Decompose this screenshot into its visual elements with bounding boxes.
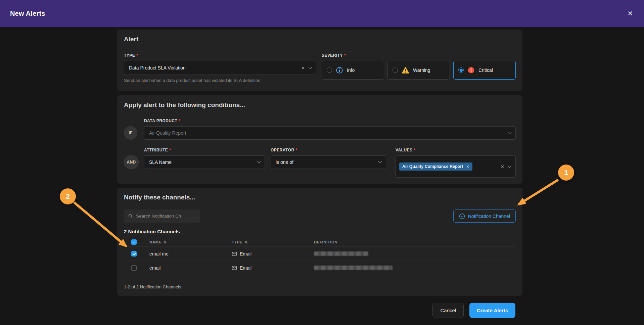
add-notification-channel-button[interactable]: Notification Channel: [453, 210, 516, 223]
table-row[interactable]: email me Email: [124, 247, 516, 261]
radio-selected[interactable]: [458, 67, 464, 73]
page-title: New Alerts: [10, 10, 45, 17]
severity-option-label: Critical: [478, 67, 493, 73]
required-mark: *: [414, 148, 415, 153]
required-mark: *: [169, 148, 171, 153]
severity-option-critical[interactable]: Critical: [453, 61, 516, 80]
table-row[interactable]: email Email: [124, 261, 516, 275]
channel-name: email: [149, 265, 232, 271]
operator-select[interactable]: is one of: [271, 155, 386, 169]
column-header-type: TYPE ⇅: [232, 240, 314, 244]
redacted-definition: [314, 251, 368, 256]
row-checkbox[interactable]: [131, 265, 137, 271]
alert-type-select[interactable]: Data Product SLA Violation ✕: [124, 61, 316, 75]
severity-option-info[interactable]: Info: [322, 61, 384, 80]
channel-type: Email: [240, 265, 251, 271]
value-tag-label: Air Quality Compliance Report: [402, 164, 463, 169]
values-multiselect[interactable]: Air Quality Compliance Report ✕ ✕: [396, 155, 516, 178]
select-all-checkbox[interactable]: [131, 239, 137, 245]
table-header-row: NAME ⇅ TYPE ⇅ DEFINITION: [124, 238, 516, 247]
radio-unselected[interactable]: [327, 67, 332, 73]
clear-icon[interactable]: ✕: [301, 66, 305, 70]
operator-value: is one of: [276, 159, 375, 165]
close-icon[interactable]: ✕: [624, 7, 637, 20]
operator-field-group: OPERATOR * is one of: [271, 148, 386, 169]
and-badge: AND: [124, 155, 139, 169]
plus-circle-icon: [459, 213, 465, 219]
modal-footer: Cancel Create Alerts: [0, 295, 644, 325]
create-alerts-button[interactable]: Create Alerts: [469, 303, 515, 318]
channels-count: 2 Notification Channels: [124, 228, 516, 235]
cancel-button[interactable]: Cancel: [432, 303, 464, 318]
required-mark: *: [296, 148, 297, 153]
chevron-down-icon: [508, 164, 511, 168]
chevron-down-icon: [308, 65, 312, 69]
sort-icon[interactable]: ⇅: [244, 240, 248, 244]
tag-close-icon[interactable]: ✕: [466, 165, 469, 169]
email-envelope-icon: [232, 265, 237, 271]
redacted-definition: [314, 266, 393, 270]
attribute-label: ATTRIBUTE *: [144, 148, 265, 153]
required-mark: *: [344, 53, 346, 58]
search-channels-box[interactable]: [124, 210, 200, 223]
attribute-field-group: ATTRIBUTE * SLA Name: [144, 148, 265, 169]
alert-section-title: Alert: [124, 36, 516, 43]
attribute-select[interactable]: SLA Name: [144, 155, 265, 169]
type-help-text: Send an alert when a data product asset …: [124, 78, 316, 83]
channel-type: Email: [240, 251, 251, 257]
values-field-group: VALUES * Air Quality Compliance Report ✕…: [396, 148, 516, 178]
sort-icon[interactable]: ⇅: [164, 240, 167, 244]
severity-option-warning[interactable]: Warning: [387, 61, 450, 80]
data-product-label: DATA PRODUCT *: [144, 119, 516, 124]
header-divider: [618, 0, 618, 27]
conditions-section: Apply alert to the following conditions.…: [117, 95, 522, 184]
modal-header: New Alerts ✕: [0, 0, 644, 27]
alert-type-value: Data Product SLA Violation: [129, 65, 297, 71]
critical-circle-icon: [467, 66, 475, 74]
value-tag[interactable]: Air Quality Compliance Report ✕: [399, 162, 472, 171]
chevron-down-icon: [257, 159, 261, 163]
notify-section: Notify these channels... Notification Ch…: [117, 188, 522, 296]
required-mark: *: [136, 53, 138, 58]
values-label: VALUES *: [396, 148, 516, 153]
channels-table: NAME ⇅ TYPE ⇅ DEFINITION email me Email: [124, 238, 516, 275]
type-field-group: TYPE * Data Product SLA Violation ✕ Send…: [124, 53, 316, 83]
annotation-badge-1: 1: [558, 165, 574, 181]
type-label: TYPE *: [124, 53, 316, 58]
search-input[interactable]: [136, 214, 196, 219]
severity-option-label: Warning: [413, 67, 430, 73]
chevron-down-icon: [508, 130, 511, 134]
conditions-section-title: Apply alert to the following conditions.…: [124, 101, 516, 109]
annotation-badge-2: 2: [60, 188, 76, 204]
severity-field-group: SEVERITY * Info Warning: [322, 53, 516, 83]
pagination-text: 1-2 of 2 Notification Channels: [124, 284, 516, 289]
clear-icon[interactable]: ✕: [501, 165, 504, 169]
warning-triangle-icon: [402, 66, 409, 74]
search-icon: [128, 214, 133, 219]
data-product-placeholder: Air Quality Report: [149, 130, 504, 136]
channel-name: email me: [149, 251, 232, 257]
radio-unselected[interactable]: [393, 67, 398, 73]
attribute-value: SLA Name: [149, 159, 254, 165]
info-circle-icon: [336, 66, 343, 74]
column-header-definition: DEFINITION: [314, 240, 516, 244]
email-envelope-icon: [232, 251, 237, 257]
data-product-field-group: DATA PRODUCT * Air Quality Report: [144, 119, 516, 140]
alert-section: Alert TYPE * Data Product SLA Violation …: [117, 30, 522, 91]
add-notification-channel-label: Notification Channel: [468, 214, 510, 219]
severity-option-label: Info: [347, 67, 355, 73]
chevron-down-icon: [378, 159, 382, 163]
if-badge: IF: [124, 126, 137, 140]
row-checkbox[interactable]: [131, 251, 137, 257]
notify-section-title: Notify these channels...: [124, 194, 516, 201]
data-product-select[interactable]: Air Quality Report: [144, 126, 516, 140]
column-header-name: NAME ⇅: [149, 240, 232, 244]
severity-label: SEVERITY *: [322, 53, 516, 58]
operator-label: OPERATOR *: [271, 148, 386, 153]
required-mark: *: [179, 119, 180, 124]
